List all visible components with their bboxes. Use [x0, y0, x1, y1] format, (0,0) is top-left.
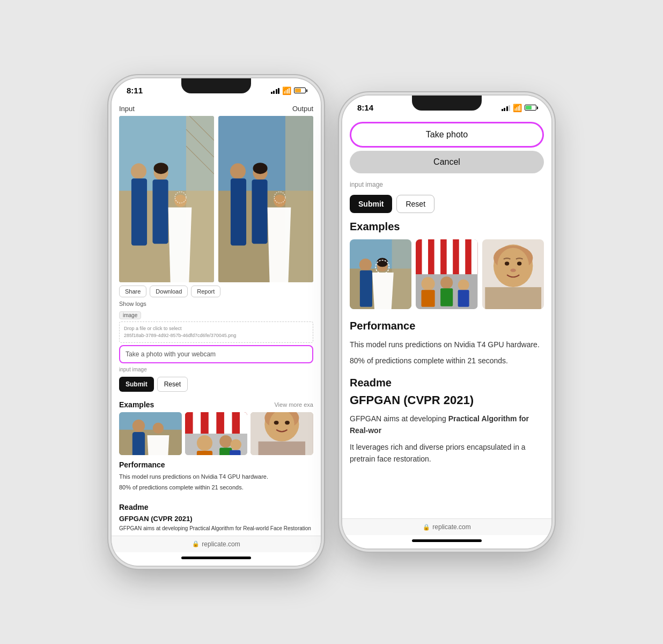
example-thumb-1-right[interactable]	[350, 239, 411, 309]
input-image-label-left: input image	[112, 365, 321, 374]
webcam-button-left[interactable]: Take a photo with your webcam	[119, 345, 313, 363]
svg-rect-48	[392, 239, 412, 309]
time-left: 8:11	[127, 86, 143, 95]
svg-rect-42	[259, 441, 306, 455]
svg-point-37	[230, 439, 241, 450]
take-photo-button[interactable]: Take photo	[350, 122, 544, 148]
signal-bar-3	[276, 89, 277, 94]
example-r2-svg	[416, 239, 477, 309]
drop-label: Drop a file or click to select	[124, 325, 308, 332]
left-phone: 8:11 📶 Input Output	[112, 78, 321, 565]
image-tag-left: image	[119, 311, 141, 319]
right-screen[interactable]: Take photo Cancel input image Submit Res…	[342, 116, 551, 518]
output-photo-svg	[218, 116, 313, 282]
svg-point-61	[440, 276, 453, 289]
home-indicator-left	[181, 557, 251, 559]
svg-point-44	[274, 421, 279, 425]
signal-bar-r1	[502, 109, 503, 111]
download-button-left[interactable]: Download	[150, 286, 188, 297]
performance-right: Performance This model runs predictions …	[342, 320, 551, 377]
lock-icon-right: 🔒	[423, 524, 430, 531]
svg-rect-38	[230, 450, 240, 455]
example-r3-svg	[482, 239, 544, 309]
status-icons-right: 📶	[502, 104, 537, 112]
signal-icon	[271, 87, 280, 94]
gfpgan-desc-2-right: It leverages rich and diverse priors enc…	[350, 441, 544, 465]
performance-title-left: Performance	[119, 460, 313, 469]
reset-button-left[interactable]: Reset	[157, 377, 188, 392]
browser-bar-right: 🔒 replicate.com	[342, 518, 551, 535]
example-thumb-2-left[interactable]	[185, 412, 248, 455]
svg-rect-19	[252, 180, 267, 244]
home-bar-right	[342, 535, 551, 548]
share-row-left[interactable]: Share Download Report	[112, 282, 321, 299]
svg-point-49	[359, 259, 372, 271]
svg-rect-17	[231, 179, 246, 246]
wifi-icon: 📶	[282, 86, 291, 95]
svg-rect-50	[360, 270, 372, 307]
signal-bar-1	[271, 92, 272, 94]
svg-point-10	[154, 163, 168, 174]
signal-bar-r2	[504, 108, 505, 111]
svg-rect-9	[152, 180, 168, 244]
example-thumb-1-left[interactable]	[119, 412, 182, 455]
performance-section-left: Performance This model runs predictions …	[112, 455, 321, 500]
lock-icon-left: 🔒	[192, 540, 200, 547]
example-thumb-3-left[interactable]	[251, 412, 313, 455]
home-bar-left	[112, 552, 321, 566]
signal-bar-2	[273, 91, 275, 94]
share-button-left[interactable]: Share	[119, 286, 146, 297]
gfpgan-desc-1-right: GFPGAN aims at developing Practical Algo…	[350, 413, 544, 437]
cancel-button[interactable]: Cancel	[350, 151, 544, 173]
example-2-svg	[185, 412, 248, 455]
output-image-box	[218, 116, 313, 282]
battery-icon	[294, 87, 306, 93]
show-logs-left[interactable]: Show logs	[112, 299, 321, 308]
report-button-left[interactable]: Report	[191, 286, 220, 297]
left-screen[interactable]: Input Output	[112, 99, 321, 535]
example-3-svg	[251, 412, 313, 455]
examples-title-right: Examples	[350, 221, 544, 233]
signal-bar-r4	[509, 105, 510, 111]
svg-point-20	[253, 163, 268, 174]
input-image-label-right: input image	[342, 179, 551, 193]
svg-point-71	[517, 261, 521, 265]
examples-row-left	[112, 412, 321, 455]
svg-point-6	[131, 164, 146, 179]
reset-button-right[interactable]: Reset	[396, 195, 434, 213]
battery-icon-right	[525, 105, 536, 111]
svg-rect-15	[285, 116, 313, 282]
svg-rect-30	[185, 412, 248, 434]
example-thumb-3-right[interactable]	[482, 239, 544, 309]
svg-rect-26	[132, 432, 145, 455]
svg-point-27	[153, 422, 164, 433]
output-label-left: Output	[292, 105, 313, 113]
file-drop-left[interactable]: Drop a file or click to select 285f18ab-…	[119, 321, 313, 342]
battery-fill	[295, 89, 301, 92]
signal-bar-4	[278, 88, 279, 94]
wifi-icon-right: 📶	[513, 104, 522, 112]
right-phone: 8:14 📶 Take photo Cancel input image Sub…	[342, 96, 551, 548]
svg-rect-2	[186, 116, 214, 282]
submit-button-right[interactable]: Submit	[350, 195, 392, 213]
view-more-left[interactable]: View more exa	[274, 401, 313, 408]
example-r1-svg	[350, 239, 411, 309]
svg-rect-7	[131, 179, 147, 246]
notch-right	[412, 96, 482, 111]
example-thumb-2-right[interactable]	[416, 239, 477, 309]
svg-rect-34	[197, 451, 212, 455]
svg-point-35	[219, 435, 232, 448]
examples-header-left: Examples View more exa	[112, 395, 321, 412]
svg-rect-60	[422, 290, 435, 306]
image-grid-left	[112, 116, 321, 282]
action-buttons-right: Submit Reset	[342, 193, 551, 221]
browser-url-left: replicate.com	[202, 540, 240, 548]
readme-section-left: Readme GFPGAN (CVPR 2021) GFPGAN aims at…	[112, 500, 321, 536]
time-right: 8:14	[357, 103, 373, 112]
perf-text-2-right: 80% of predictions complete within 21 se…	[350, 355, 544, 367]
submit-button-left[interactable]: Submit	[119, 377, 154, 392]
svg-point-59	[422, 277, 435, 290]
file-name: 285f18ab-3789-4d92-857b-46dfd7cd6fe/3700…	[124, 332, 308, 339]
signal-bar-r3	[506, 106, 508, 111]
svg-point-52	[377, 258, 388, 267]
